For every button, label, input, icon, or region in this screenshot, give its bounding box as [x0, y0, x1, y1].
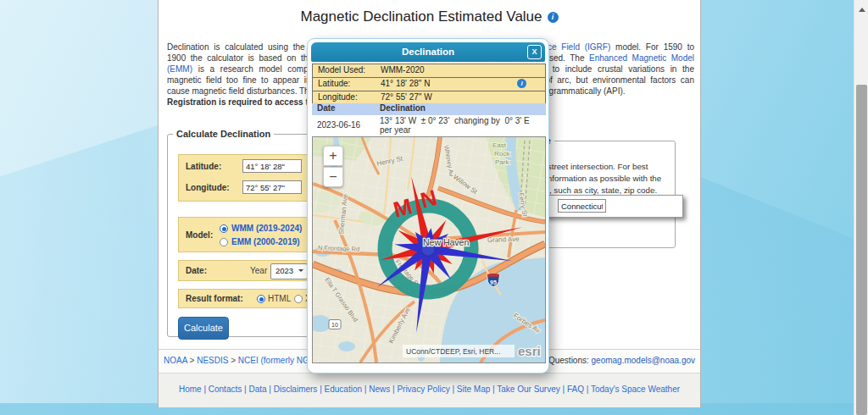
questions-email-link[interactable]: geomag.models@noaa.gov [592, 356, 695, 365]
scrollbar-up-arrow-icon[interactable] [854, 0, 868, 14]
html-radio[interactable] [257, 295, 265, 303]
longitude-row: Longitude: 72° 55' 27" W [313, 91, 545, 104]
questions-contact: Questions: geomag.models@noaa.gov [548, 356, 695, 365]
location-input[interactable] [558, 199, 606, 213]
scrollbar[interactable] [854, 0, 868, 415]
svg-text:Park: Park [495, 158, 509, 166]
latitude-input[interactable] [242, 159, 302, 173]
result-date: 2023-06-16 [317, 120, 360, 130]
result-declination: 13° 13' W ± 0° 23' changing by 0° 3' Epe… [380, 116, 541, 135]
html-radio-label[interactable]: HTML [268, 294, 291, 303]
footer-link-space-weather[interactable]: Today's Space Weather [591, 385, 680, 394]
dialog-title-bar[interactable]: Declination [311, 42, 545, 62]
svg-text:10: 10 [331, 322, 338, 328]
footer-link-home[interactable]: Home [179, 385, 202, 394]
svg-text:N Frontage Rd: N Frontage Rd [318, 244, 359, 253]
footer-link-contacts[interactable]: Contacts [209, 385, 242, 394]
wmm-radio-label[interactable]: WMM (2019-2024) [231, 224, 302, 233]
wmm-radio[interactable] [220, 224, 228, 233]
longitude-label: Longitude: [186, 183, 230, 192]
map-attribution: UConn/CTDEEP, Esri, HER... [406, 347, 500, 356]
close-icon[interactable]: X [527, 45, 542, 59]
calculate-button[interactable]: Calculate [178, 317, 229, 340]
svg-text:Grand Ave: Grand Ave [487, 235, 520, 244]
latitude-info-icon[interactable]: i [517, 79, 526, 88]
browser-viewport: Magnetic Declination Estimated Valuei De… [0, 0, 868, 415]
declination-map[interactable]: 95 10 1 East Rock Park Willow St Henry S… [312, 136, 546, 363]
latitude-row: Latitude: 41° 18' 28" N i [313, 78, 545, 91]
footer-link-education[interactable]: Education [325, 385, 362, 394]
emm-abbr-link[interactable]: (EMM) [167, 64, 192, 74]
emm-radio-label[interactable]: EMM (2000-2019) [231, 237, 300, 246]
emm-radio[interactable] [220, 238, 228, 246]
latitude-label: Latitude: [186, 162, 221, 171]
map-city-label: New Haven [423, 237, 469, 247]
year-label: Year [250, 266, 267, 275]
breadcrumb-noaa[interactable]: NOAA [164, 356, 187, 365]
scrollbar-thumb[interactable] [856, 85, 867, 415]
date-label: Date: [186, 266, 207, 275]
route-10-shield: 10 [329, 320, 341, 329]
title-info-icon[interactable]: i [548, 12, 559, 23]
footer-link-disclaimers[interactable]: Disclaimers [274, 385, 318, 394]
page-title-text: Magnetic Declination Estimated Value [300, 8, 542, 25]
svg-text:Rock: Rock [494, 150, 510, 158]
result-table-row: 2023-06-16 13° 13' W ± 0° 23' changing b… [312, 115, 546, 136]
emm-link[interactable]: Enhanced Magnetic Model [589, 53, 694, 63]
page-title: Magnetic Declination Estimated Valuei [159, 8, 700, 25]
breadcrumb-nesdis[interactable]: NESDIS [197, 356, 228, 365]
location-suggestions-panel [542, 195, 683, 218]
footer-link-privacy[interactable]: Privacy Policy [397, 385, 449, 394]
svg-text:East: East [492, 141, 507, 149]
model-label: Model: [186, 230, 213, 240]
svg-text:95: 95 [490, 279, 497, 285]
interstate-95-shield: 95 [487, 274, 499, 287]
footer-link-data[interactable]: Data [248, 385, 266, 394]
footer-link-faq[interactable]: FAQ [567, 385, 584, 394]
map-zoom-out-button[interactable]: − [323, 167, 343, 187]
model-used-row: Model Used: WMM-2020 [313, 64, 545, 78]
footer-link-survey[interactable]: Take Our Survey [497, 385, 559, 394]
map-canvas[interactable]: 95 10 1 East Rock Park Willow St Henry S… [313, 137, 545, 362]
calc-form-legend: Calculate Declination [173, 129, 274, 139]
dialog-summary-table: Model Used: WMM-2020 Latitude: 41° 18' 2… [312, 64, 546, 105]
declination-dialog: Declination X Model Used: WMM-2020 Latit… [307, 38, 549, 374]
esri-logo: esri [518, 344, 541, 358]
result-table-header: Date Declination [312, 103, 546, 115]
year-select[interactable]: 2023 [270, 263, 308, 279]
xml-radio[interactable] [294, 295, 303, 303]
longitude-input[interactable] [242, 180, 302, 194]
footer-link-news[interactable]: News [369, 385, 390, 394]
footer-links-bar: Home | Contacts | Data | Disclaimers | E… [159, 373, 700, 407]
footer-link-sitemap[interactable]: Site Map [457, 385, 490, 394]
map-zoom-in-button[interactable]: + [323, 146, 343, 166]
result-format-label: Result format: [186, 294, 243, 303]
